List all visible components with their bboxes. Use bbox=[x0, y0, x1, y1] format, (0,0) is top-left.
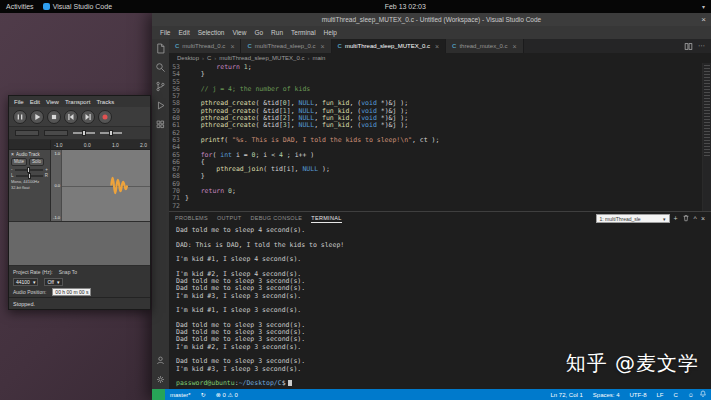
panel-tab[interactable]: OUTPUT bbox=[217, 215, 241, 222]
waveform-area[interactable] bbox=[62, 150, 150, 221]
remote-indicator[interactable] bbox=[152, 389, 165, 400]
pause-button[interactable] bbox=[13, 110, 27, 124]
status-item[interactable]: Ln 72, Col 1 bbox=[545, 392, 587, 398]
tab-close-icon[interactable]: × bbox=[230, 43, 234, 50]
minimap[interactable] bbox=[702, 63, 711, 211]
audacity-menu-item[interactable]: View bbox=[46, 99, 59, 105]
status-item[interactable]: ↻ bbox=[196, 391, 211, 398]
menu-item[interactable]: Run bbox=[267, 29, 287, 36]
skip-to-start-button[interactable] bbox=[64, 110, 78, 124]
code-line[interactable]: 68 } bbox=[169, 173, 711, 180]
status-item[interactable]: ⊗ 0 ⚠ 0 bbox=[211, 391, 243, 398]
settings-gear-icon[interactable] bbox=[155, 374, 166, 385]
ruler-spacer bbox=[9, 140, 51, 149]
recording-meter[interactable] bbox=[15, 130, 39, 136]
clock[interactable]: Feb 13 02:03 bbox=[385, 3, 426, 10]
code-line[interactable]: 67 pthread_join( tid[i], NULL ); bbox=[169, 166, 711, 173]
track-close-icon[interactable]: × bbox=[11, 151, 14, 157]
activities-button[interactable]: Activities bbox=[6, 3, 34, 10]
playback-meter[interactable] bbox=[44, 130, 68, 136]
mute-button[interactable]: Mute bbox=[11, 158, 27, 166]
menu-item[interactable]: Help bbox=[320, 29, 341, 36]
solo-button[interactable]: Solo bbox=[29, 158, 44, 166]
code-line[interactable]: 61 pthread_create( &tid[3], NULL, fun_ki… bbox=[169, 122, 711, 129]
track-name[interactable]: Audio Track bbox=[16, 152, 40, 157]
run-debug-icon[interactable] bbox=[155, 100, 166, 111]
audacity-menu-item[interactable]: Transport bbox=[65, 99, 90, 105]
search-icon[interactable] bbox=[155, 62, 166, 73]
menu-item[interactable]: Selection bbox=[194, 29, 229, 36]
menu-item[interactable]: View bbox=[228, 29, 250, 36]
editor-tab[interactable]: C multiThread_sleep_MUTEX_0.c × bbox=[332, 39, 446, 53]
window-close-button[interactable]: × bbox=[701, 13, 706, 26]
tab-close-icon[interactable]: × bbox=[321, 43, 325, 50]
breadcrumb-item[interactable]: multiThread_sleep_MUTEX_0.c bbox=[211, 55, 304, 61]
more-actions-icon[interactable]: ⋯ bbox=[698, 42, 705, 50]
skip-to-end-button[interactable] bbox=[81, 110, 95, 124]
track-area-empty[interactable] bbox=[9, 222, 150, 266]
audacity-menu-item[interactable]: Tracks bbox=[96, 99, 114, 105]
split-editor-icon[interactable] bbox=[684, 42, 693, 51]
panel-tab[interactable]: PROBLEMS bbox=[175, 215, 208, 222]
maximize-panel-icon[interactable]: ^ bbox=[694, 214, 697, 223]
status-item[interactable]: ☺ bbox=[683, 392, 699, 398]
app-menu[interactable]: Visual Studio Code bbox=[43, 3, 112, 10]
status-item[interactable]: Spaces: 4 bbox=[588, 392, 625, 398]
menu-item[interactable]: Go bbox=[250, 29, 267, 36]
editor-tab[interactable]: C multiThread_0.c × bbox=[169, 39, 241, 53]
audacity-menu-item[interactable]: File bbox=[14, 99, 24, 105]
audacity-menu-item[interactable]: Edit bbox=[30, 99, 40, 105]
tab-close-icon[interactable]: × bbox=[512, 43, 516, 50]
breadcrumb-item[interactable]: Desktop bbox=[177, 55, 199, 61]
recording-volume-slider[interactable] bbox=[73, 132, 95, 134]
snap-to-select[interactable]: Off ▾ bbox=[44, 278, 62, 286]
project-rate-select[interactable]: 44100 ▾ bbox=[13, 278, 38, 286]
code-line[interactable]: 65 for( int i = 0; i < 4 ; i++ ) bbox=[169, 152, 711, 159]
status-item[interactable]: C bbox=[669, 392, 683, 398]
panel-tab[interactable]: TERMINAL bbox=[311, 215, 341, 222]
terminal-prompt[interactable]: password@ubuntu:~/Desktop/C$ bbox=[176, 380, 711, 387]
terminal-picker[interactable]: 1: multiThread_sle ▾ bbox=[596, 214, 670, 223]
audio-position-counter[interactable]: 00 h 00 m 00 s bbox=[52, 288, 91, 296]
status-item[interactable]: LF bbox=[652, 392, 669, 398]
code-line[interactable]: 70 return 0; bbox=[169, 188, 711, 195]
scale-tick-label: 0.0 bbox=[54, 183, 60, 188]
code-editor[interactable]: 53 return 1;54 }5556 // j = 4; the numbe… bbox=[169, 63, 711, 211]
play-button[interactable] bbox=[30, 110, 44, 124]
play-icon bbox=[32, 112, 42, 122]
playback-volume-slider[interactable] bbox=[100, 132, 122, 134]
status-item[interactable]: UTF-8 bbox=[625, 392, 652, 398]
timeline-ruler[interactable]: -1.0 0.0 1.0 2.0 bbox=[9, 140, 150, 150]
account-icon[interactable] bbox=[155, 355, 166, 366]
record-button[interactable] bbox=[98, 110, 112, 124]
source-control-icon[interactable] bbox=[155, 81, 166, 92]
pan-slider[interactable]: L R bbox=[11, 173, 48, 178]
kill-terminal-icon[interactable] bbox=[682, 214, 690, 224]
code-line[interactable]: 71} bbox=[169, 195, 711, 202]
editor-tab[interactable]: C multiThread_sleep_0.c × bbox=[241, 39, 331, 53]
new-terminal-icon[interactable]: + bbox=[674, 214, 678, 223]
menu-item[interactable]: Edit bbox=[174, 29, 193, 36]
status-item[interactable]: master* bbox=[165, 392, 196, 398]
extensions-icon[interactable] bbox=[155, 119, 166, 130]
explorer-icon[interactable] bbox=[155, 43, 166, 54]
bell-icon[interactable] bbox=[699, 390, 711, 399]
menu-item[interactable]: File bbox=[156, 29, 174, 36]
close-panel-icon[interactable]: × bbox=[701, 214, 705, 223]
menu-item[interactable]: Terminal bbox=[287, 29, 320, 36]
tab-close-icon[interactable]: × bbox=[435, 43, 439, 50]
breadcrumb-item[interactable]: main bbox=[304, 55, 325, 61]
code-line[interactable]: 63 printf( "%s. This is DAD, I told the … bbox=[169, 137, 711, 144]
system-menu[interactable]: ▾ bbox=[702, 3, 711, 10]
code-line[interactable]: 54 } bbox=[169, 71, 711, 78]
code-line[interactable]: 56 // j = 4; the number of kids bbox=[169, 86, 711, 93]
editor-tab[interactable]: C thread_mutex_0.c × bbox=[446, 39, 523, 53]
stop-button[interactable] bbox=[47, 110, 61, 124]
gain-slider[interactable]: - + bbox=[11, 167, 48, 172]
panel-tab[interactable]: DEBUG CONSOLE bbox=[250, 215, 302, 222]
breadcrumb-item[interactable]: C bbox=[199, 55, 211, 61]
code-line[interactable]: 69 bbox=[169, 181, 711, 188]
title-bar[interactable]: multiThread_sleep_MUTEX_0.c - Untitled (… bbox=[152, 13, 711, 26]
code-line[interactable]: 72 bbox=[169, 203, 711, 210]
code-line[interactable]: 53 return 1; bbox=[169, 64, 711, 71]
